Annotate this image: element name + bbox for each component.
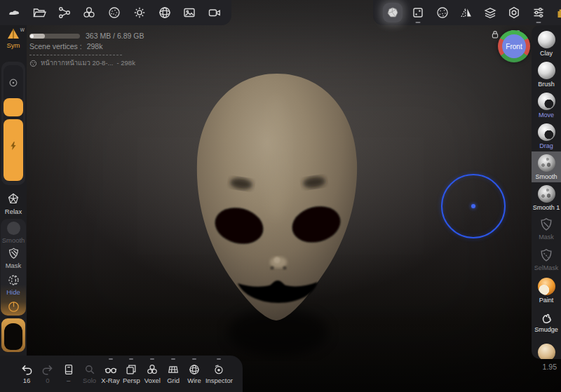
smooth-label: Smooth <box>2 236 25 244</box>
layers-icon[interactable] <box>482 4 499 21</box>
smooth-tool-left[interactable]: Smooth <box>0 222 27 244</box>
inspector-toggle[interactable]: Inspector <box>205 363 233 384</box>
tool-smudge[interactable]: Smudge <box>532 306 561 337</box>
stamp-alpha-icon[interactable] <box>410 4 426 21</box>
hide-label: Hide <box>6 288 20 296</box>
mask-shield-icon <box>7 247 20 260</box>
relax-tool[interactable]: Relax <box>0 192 27 215</box>
voxel-indicator <box>150 358 154 360</box>
mask-tool-left[interactable]: Mask <box>0 247 27 269</box>
camera-icon[interactable] <box>206 4 223 21</box>
tool-move[interactable]: Move <box>532 90 561 121</box>
sliders-indicator <box>536 22 541 23</box>
symmetry-mode-superscript: W <box>20 27 25 32</box>
node-graph-icon[interactable] <box>56 4 73 21</box>
drag-thumbnail-icon <box>538 123 555 141</box>
falloff-curve-shape <box>4 323 22 350</box>
bottom-toolbar: 16 0 – Solo X-Ray Persp <box>0 356 243 392</box>
matcap-material-icon[interactable] <box>106 4 123 21</box>
tool-drag-label: Drag <box>539 142 553 149</box>
scene-objects-icon[interactable] <box>81 4 97 21</box>
stroke-falloff-preview[interactable] <box>1 318 25 352</box>
voxel-spheres-icon <box>146 363 158 376</box>
image-export-icon[interactable] <box>181 4 198 21</box>
undo-button[interactable]: 16 <box>17 364 36 384</box>
falloff-dial[interactable] <box>0 300 27 313</box>
grid-label: Grid <box>167 377 180 384</box>
orientation-gizmo[interactable]: Front <box>498 30 530 62</box>
brush-sliders-panel <box>1 62 25 185</box>
brush-thumbnail-icon <box>538 62 555 79</box>
memory-usage-bar <box>29 34 80 39</box>
settings-gear-icon[interactable] <box>506 4 522 21</box>
symmetry-toggle[interactable]: W Sym <box>0 27 27 49</box>
memory-usage-text: 363 MB / 6.89 GB <box>86 31 144 41</box>
undo-icon <box>20 364 34 376</box>
zoom-scale-value: 1.95 <box>533 363 557 371</box>
persp-toggle[interactable]: Persp <box>121 363 141 384</box>
tool-smooth-1-label: Smooth 1 <box>533 204 560 211</box>
app-logo-icon[interactable] <box>6 4 22 21</box>
tool-smooth-selected[interactable]: Smooth <box>532 151 561 182</box>
top-right-toolbar <box>373 0 561 25</box>
move-thumbnail-icon <box>538 93 555 110</box>
intensity-slider-fill[interactable] <box>4 119 23 181</box>
redo-icon <box>41 364 54 376</box>
left-sidebar: W Sym Relax Smooth Mask <box>0 25 27 392</box>
reference-button[interactable]: – <box>59 363 79 384</box>
voxel-label: Voxel <box>144 377 161 384</box>
radius-slider-fill[interactable] <box>4 98 23 116</box>
wire-toggle[interactable]: Wire <box>184 363 204 384</box>
file-vertex-count: - 298k <box>116 58 135 68</box>
tool-brush[interactable]: Brush <box>532 59 561 90</box>
solo-button[interactable]: Solo <box>80 363 100 384</box>
undo-count: 16 <box>23 377 31 384</box>
tool-partial-next[interactable] <box>532 337 561 359</box>
paint-thumbnail-icon <box>538 278 555 295</box>
symmetry-mirror-icon[interactable] <box>458 4 475 21</box>
active-tool-stone-icon[interactable] <box>383 3 403 22</box>
voxel-toggle[interactable]: Voxel <box>142 363 162 384</box>
mesh-sphere-icon <box>29 60 37 67</box>
stamp-indicator <box>416 22 421 23</box>
grid-toggle[interactable]: Grid <box>163 363 183 384</box>
clay-brush-thumbnail-icon <box>538 31 555 48</box>
files-folder-icon[interactable] <box>31 4 48 21</box>
gizmo-front-face[interactable]: Front <box>502 34 526 58</box>
tool-smooth-1[interactable]: Smooth 1 <box>532 182 561 213</box>
environment-icon[interactable] <box>156 4 173 21</box>
partial-tool-thumbnail-icon <box>538 344 555 360</box>
post-process-sliders-icon[interactable] <box>530 4 547 21</box>
tool-paint[interactable]: Paint <box>532 275 561 306</box>
radius-icon <box>8 77 19 88</box>
solo-magnifier-icon <box>83 363 96 376</box>
tool-mask[interactable]: Mask <box>532 213 561 244</box>
xray-toggle[interactable]: X-Ray <box>101 363 121 384</box>
xray-label: X-Ray <box>101 377 119 384</box>
scene-status-block: 363 MB / 6.89 GB Scene vertices : 298k ห… <box>29 31 144 68</box>
smudge-finger-icon <box>539 309 554 325</box>
tool-selmask-label: SelMask <box>534 264 559 271</box>
tool-selmask[interactable]: SelMask <box>532 244 561 275</box>
tool-drag[interactable]: Drag <box>532 121 561 151</box>
tool-clay[interactable]: Clay <box>532 28 561 59</box>
persp-frames-icon <box>125 363 137 376</box>
mask-shield-thumbnail-icon <box>539 217 554 232</box>
premium-icon[interactable] <box>554 4 561 21</box>
lighting-icon[interactable] <box>131 4 148 21</box>
reference-book-icon <box>62 363 75 376</box>
tool-clay-label: Clay <box>540 50 553 57</box>
smooth-thumbnail-icon <box>538 154 555 172</box>
brush-cursor-center-dot <box>471 204 475 208</box>
persp-indicator <box>129 358 133 360</box>
file-name[interactable]: หน้ากากหน้าแมว 20-8-... <box>41 58 113 68</box>
redo-button[interactable]: 0 <box>38 364 58 384</box>
selmask-shield-thumbnail-icon <box>539 248 554 263</box>
matcap-sphere-icon[interactable] <box>434 4 451 21</box>
symmetry-triangle-icon <box>6 27 20 40</box>
solo-label: Solo <box>83 377 96 384</box>
hide-tool-left[interactable]: Hide <box>0 273 27 296</box>
mask-label: Mask <box>6 262 22 269</box>
symmetry-label: Sym <box>7 41 20 49</box>
tool-smudge-label: Smudge <box>534 326 558 333</box>
